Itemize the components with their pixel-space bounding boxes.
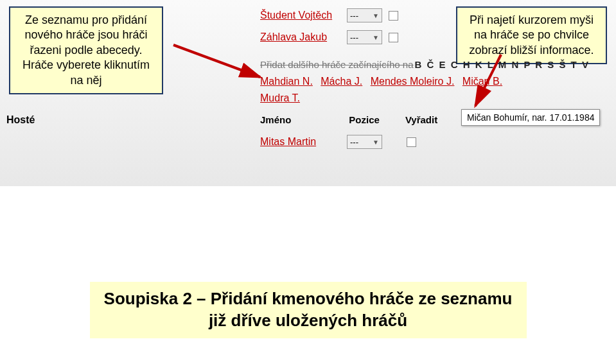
candidate-link[interactable]: Mácha J. (321, 76, 362, 87)
col-remove: Vyřadit (405, 114, 437, 125)
callout-text: řazeni podle abecedy. (19, 43, 153, 58)
select-value: --- (350, 11, 358, 21)
col-name: Jméno (260, 114, 291, 125)
player-tooltip: Mičan Bohumír, nar. 17.01.1984 (461, 109, 600, 126)
callout-text: Při najetí kurzorem myši (466, 13, 597, 28)
player-row: Študent Vojtěch --- ▼ (260, 6, 398, 24)
player-link[interactable]: Študent Vojtěch (260, 10, 347, 21)
remove-checkbox[interactable] (389, 33, 398, 42)
alpha-letters[interactable]: B Č E C H K L M N P R S Š T V (414, 59, 589, 70)
candidate-link[interactable]: Mahdian N. (260, 76, 313, 87)
remove-checkbox[interactable] (407, 137, 416, 147)
position-select[interactable]: --- ▼ (347, 135, 382, 149)
chevron-down-icon: ▼ (373, 139, 379, 146)
guests-section-label: Hosté (6, 114, 35, 126)
candidate-link[interactable]: Mičan B. (462, 76, 502, 87)
guest-row: Mitas Martin --- ▼ (260, 135, 416, 149)
title-line: Soupiska 2 – Přidání kmenového hráče ze … (103, 288, 514, 310)
player-link[interactable]: Mitas Martin (260, 136, 347, 148)
chevron-down-icon: ▼ (373, 12, 379, 19)
select-value: --- (350, 33, 358, 42)
callout-right: Při najetí kurzorem myši na hráče se po … (456, 6, 607, 64)
callout-left: Ze seznamu pro přidání nového hráče jsou… (9, 6, 163, 94)
callout-text: na hráče se po chvilce (466, 28, 597, 42)
player-row: Záhlava Jakub --- ▼ (260, 28, 398, 46)
position-select[interactable]: --- ▼ (347, 8, 382, 22)
arrow-annotation (167, 39, 270, 90)
callout-text: Ze seznamu pro přidání (19, 13, 153, 28)
callout-text: na něj (19, 73, 153, 88)
existing-players-list: Študent Vojtěch --- ▼ Záhlava Jakub --- … (260, 6, 398, 50)
guest-table-header: Jméno Pozice Vyřadit (260, 114, 437, 125)
remove-checkbox[interactable] (389, 11, 398, 21)
chevron-down-icon: ▼ (373, 34, 379, 41)
candidate-link[interactable]: Mendes Moleiro J. (371, 76, 455, 87)
callout-text: Hráče vyberete kliknutím (19, 58, 153, 73)
callout-text: zobrazí bližší informace. (466, 43, 597, 58)
title-line: již dříve uložených hráčů (103, 310, 514, 332)
position-select[interactable]: --- ▼ (347, 30, 382, 44)
alpha-prefix: Přidat dalšího hráče začínajícího na (260, 59, 413, 70)
alpha-filter: Přidat dalšího hráče začínajícího na B Č… (260, 59, 590, 70)
callout-text: nového hráče jsou hráči (19, 28, 153, 42)
select-value: --- (350, 137, 358, 147)
candidate-link[interactable]: Mudra T. (260, 92, 300, 103)
player-link[interactable]: Záhlava Jakub (260, 31, 347, 43)
slide-title: Soupiska 2 – Přidání kmenového hráče ze … (90, 282, 527, 338)
col-position: Pozice (349, 114, 380, 125)
candidate-list: Mahdian N. Mácha J. Mendes Moleiro J. Mi… (260, 73, 507, 106)
svg-line-1 (173, 45, 260, 77)
